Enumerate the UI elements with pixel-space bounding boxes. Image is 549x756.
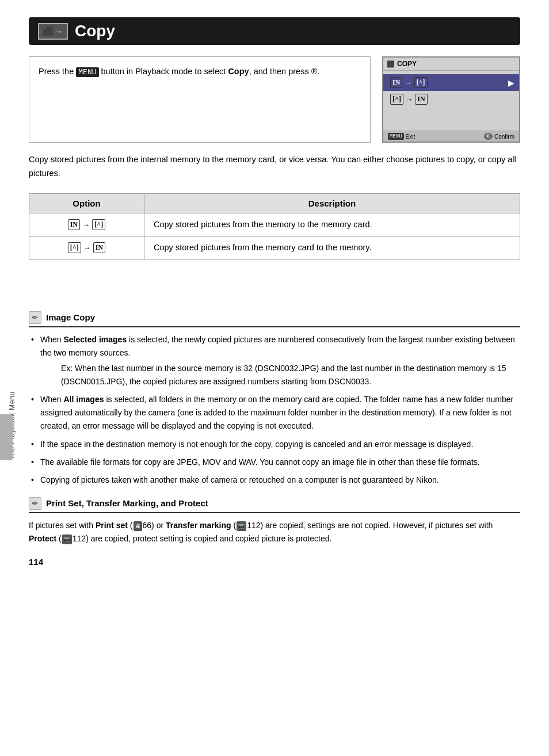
bullet-1: When Selected images is selected, the ne… [29, 333, 520, 388]
row1-from-icon: IN [68, 219, 80, 230]
image-copy-note: ✏ Image Copy When Selected images is sel… [29, 311, 520, 487]
print-set-note: ✏ Print Set, Transfer Marking, and Prote… [29, 497, 520, 545]
all-images-bold: All images [63, 395, 104, 404]
intro-text: Press the MENU button in Playback mode t… [39, 67, 319, 76]
description-text: Copy stored pictures from the internal m… [29, 153, 520, 181]
menu-keyword: MENU [76, 67, 98, 77]
page-number: 114 [29, 557, 520, 567]
note-body-image-copy: When Selected images is selected, the ne… [29, 333, 520, 487]
page-container: ⬛→ Copy Press the MENU button in Playbac… [0, 0, 549, 756]
camera-item1-icon: IN → [^] [390, 77, 428, 88]
camera-ui-screenshot: ⬛ COPY IN → [^] ▶ [^] → IN [382, 56, 520, 143]
ok-btn-label: ® [484, 133, 493, 140]
table-header-description: Description [144, 193, 520, 213]
note-pencil-icon: ✏ [29, 311, 41, 324]
table-header-option: Option [29, 193, 144, 213]
camera-copy-icon: ⬛ [387, 60, 395, 68]
table-cell-option-1: IN → [^] [29, 213, 144, 236]
option-table: Option Description IN → [^] Copy stored … [29, 193, 520, 259]
camera-ui-title-text: COPY [397, 60, 417, 68]
page-title: Copy [75, 22, 115, 40]
table-cell-desc-2: Copy stored pictures from the memory car… [144, 236, 520, 259]
camera-item2-icon: [^] → IN [390, 94, 428, 105]
selected-arrow: ▶ [508, 78, 514, 87]
note-title-print-set: Print Set, Transfer Marking, and Protect [46, 498, 208, 508]
ref-icon-protect: 📷 [62, 534, 72, 544]
camera-menu-list: IN → [^] ▶ [^] → IN [383, 71, 519, 111]
card-icon-2: [^] [390, 94, 403, 105]
confirm-label: Confirm [494, 133, 514, 140]
menu-btn-label: MENU [388, 133, 404, 140]
bullet-2: When All images is selected, all folders… [29, 393, 520, 433]
copy-bold: Copy [228, 67, 249, 76]
note-pencil-icon-2: ✏ [29, 497, 41, 510]
selected-images-bold: Selected images [63, 335, 127, 344]
internal-mem-icon: IN [390, 77, 402, 88]
bullet-4: The available file formats for copy are … [29, 456, 520, 469]
table-row-1: IN → [^] Copy stored pictures from the m… [29, 213, 520, 236]
footer-exit-btn: MENU Exit [388, 133, 415, 140]
bullet-5: Copying of pictures taken with another m… [29, 474, 520, 487]
card-icon: [^] [414, 77, 428, 88]
print-set-text: If pictures set with Print set (🖨66) or … [29, 519, 520, 545]
camera-menu-item-2: [^] → IN [383, 91, 519, 108]
row1-to-icon: [^] [92, 219, 105, 230]
ref-icon-print: 🖨 [134, 521, 142, 531]
intro-text-box: Press the MENU button in Playback mode t… [29, 56, 371, 143]
note-title-image-copy: Image Copy [46, 312, 95, 322]
note-header-print-set: ✏ Print Set, Transfer Marking, and Prote… [29, 497, 520, 513]
bullet-3: If the space in the destination memory i… [29, 438, 520, 451]
print-set-bold: Print set [96, 521, 128, 530]
side-tab [0, 414, 13, 460]
spacer [29, 277, 520, 311]
bullet-1-indent: Ex: When the last number in the source m… [40, 362, 520, 388]
note-bullets: When Selected images is selected, the ne… [29, 333, 520, 487]
title-bar: ⬛→ Copy [29, 17, 520, 45]
note-body-print-set: If pictures set with Print set (🖨66) or … [29, 519, 520, 545]
camera-ui-title: ⬛ COPY [383, 58, 519, 71]
protect-bold: Protect [29, 534, 56, 543]
row2-to-icon: IN [93, 242, 105, 253]
camera-ui-footer: MENU Exit ® Confirm [383, 131, 519, 142]
table-cell-option-2: [^] → IN [29, 236, 144, 259]
row2-from-icon: [^] [68, 242, 81, 253]
table-row-2: [^] → IN Copy stored pictures from the m… [29, 236, 520, 259]
note-header-image-copy: ✏ Image Copy [29, 311, 520, 327]
transfer-marking-bold: Transfer marking [166, 521, 231, 530]
ref-icon-transfer: 📷 [237, 521, 246, 531]
copy-title-icon: ⬛→ [38, 23, 68, 40]
table-cell-desc-1: Copy stored pictures from the memory to … [144, 213, 520, 236]
footer-confirm-btn: ® Confirm [484, 133, 514, 140]
intro-section: Press the MENU button in Playback mode t… [29, 56, 520, 143]
exit-label: Exit [406, 133, 415, 140]
camera-menu-item-1: IN → [^] ▶ [383, 74, 519, 91]
internal-mem-icon-2: IN [415, 94, 427, 105]
